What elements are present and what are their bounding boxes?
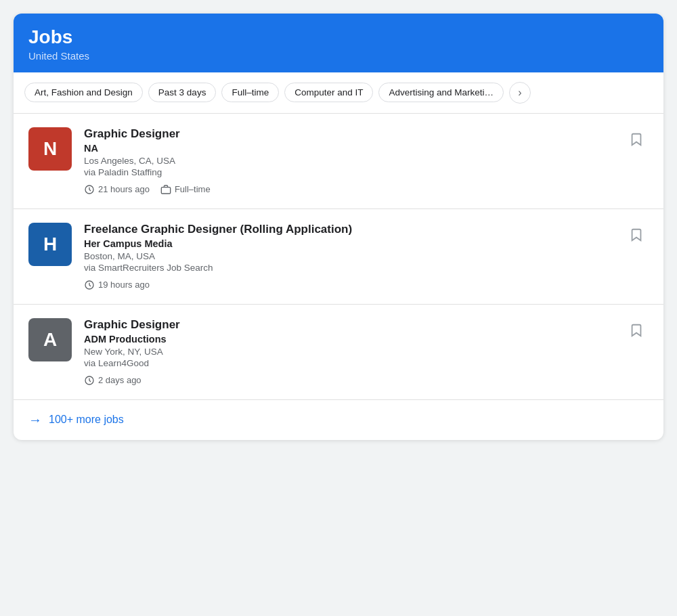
job-title-1: Graphic Designer bbox=[84, 127, 649, 141]
job-list: N Graphic Designer NA Los Angeles, CA, U… bbox=[14, 114, 663, 400]
job-meta-1: 21 hours ago Full–time bbox=[84, 184, 649, 195]
arrow-icon: → bbox=[28, 412, 42, 428]
job-meta-2: 19 hours ago bbox=[84, 280, 649, 290]
filter-bar: Art, Fashion and Design Past 3 days Full… bbox=[14, 72, 663, 114]
more-chips-button[interactable]: › bbox=[509, 82, 531, 104]
job-info-1: Graphic Designer NA Los Angeles, CA, USA… bbox=[84, 127, 649, 195]
bookmark-button-3[interactable] bbox=[624, 318, 649, 343]
job-time-2: 19 hours ago bbox=[84, 280, 150, 290]
job-info-2: Freelance Graphic Designer (Rolling Appl… bbox=[84, 223, 649, 290]
job-company-3: ADM Productions bbox=[84, 334, 649, 345]
job-logo-3: A bbox=[28, 318, 72, 361]
clock-icon-1 bbox=[84, 184, 95, 195]
job-company-2: Her Campus Media bbox=[84, 238, 649, 249]
job-time-text-2: 19 hours ago bbox=[98, 280, 150, 290]
job-time-text-1: 21 hours ago bbox=[98, 184, 150, 194]
job-item-1[interactable]: N Graphic Designer NA Los Angeles, CA, U… bbox=[14, 114, 663, 209]
job-via-2: via SmartRecruiters Job Search bbox=[84, 263, 649, 273]
clock-icon-3 bbox=[84, 375, 95, 386]
briefcase-icon-1 bbox=[160, 184, 171, 195]
job-location-1: Los Angeles, CA, USA bbox=[84, 156, 649, 166]
chip-advertising[interactable]: Advertising and Marketi… bbox=[378, 83, 504, 102]
job-time-text-3: 2 days ago bbox=[98, 375, 141, 385]
job-logo-1: N bbox=[28, 127, 72, 171]
clock-icon-2 bbox=[84, 280, 95, 290]
bookmark-button-1[interactable] bbox=[624, 127, 649, 152]
page-subtitle: United States bbox=[28, 50, 649, 62]
more-jobs-link[interactable]: → 100+ more jobs bbox=[14, 400, 663, 440]
job-company-1: NA bbox=[84, 143, 649, 154]
job-type-text-1: Full–time bbox=[175, 184, 211, 194]
job-location-2: Boston, MA, USA bbox=[84, 251, 649, 261]
job-location-3: New York, NY, USA bbox=[84, 347, 649, 357]
job-title-2: Freelance Graphic Designer (Rolling Appl… bbox=[84, 223, 649, 236]
chip-computer-it[interactable]: Computer and IT bbox=[284, 83, 373, 102]
header: Jobs United States bbox=[14, 14, 663, 72]
page-title: Jobs bbox=[28, 26, 649, 49]
chip-art-fashion[interactable]: Art, Fashion and Design bbox=[24, 83, 143, 102]
job-via-3: via Learn4Good bbox=[84, 358, 649, 368]
job-via-1: via Paladin Staffing bbox=[84, 167, 649, 177]
bookmark-button-2[interactable] bbox=[624, 223, 649, 247]
job-title-3: Graphic Designer bbox=[84, 318, 649, 332]
job-time-1: 21 hours ago bbox=[84, 184, 150, 195]
more-jobs-label: 100+ more jobs bbox=[49, 414, 124, 426]
jobs-card: Jobs United States Art, Fashion and Desi… bbox=[14, 14, 663, 440]
chip-past-3-days[interactable]: Past 3 days bbox=[148, 83, 217, 102]
job-item-2[interactable]: H Freelance Graphic Designer (Rolling Ap… bbox=[14, 209, 663, 305]
chip-full-time[interactable]: Full–time bbox=[221, 83, 279, 102]
job-time-3: 2 days ago bbox=[84, 375, 141, 386]
job-type-1: Full–time bbox=[160, 184, 211, 195]
job-meta-3: 2 days ago bbox=[84, 375, 649, 386]
svg-rect-1 bbox=[161, 187, 170, 193]
job-info-3: Graphic Designer ADM Productions New Yor… bbox=[84, 318, 649, 386]
job-item-3[interactable]: A Graphic Designer ADM Productions New Y… bbox=[14, 305, 663, 400]
job-logo-2: H bbox=[28, 223, 72, 266]
